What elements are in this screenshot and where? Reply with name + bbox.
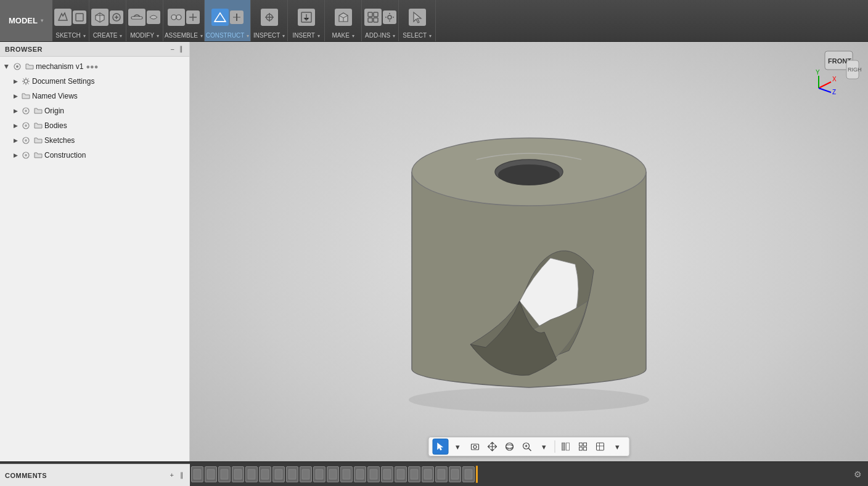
svg-rect-76 [397,469,404,479]
toolbar-insert-group[interactable]: INSERT ▾ [288,0,325,41]
origin-arrow: ▶ [11,107,20,115]
toolbar-select-group[interactable]: SELECT ▾ [399,0,436,41]
bodies-visibility-icon[interactable] [21,121,31,131]
tree-construction-item[interactable]: ▶ Construction [0,148,189,163]
orbit-btn[interactable] [502,439,518,455]
capture-btn[interactable] [467,439,483,455]
select-mode-btn[interactable] [433,439,449,455]
tree-root-item[interactable]: ▶ mechanism v1 ●●● [0,59,189,74]
named-views-arrow: ▶ [11,92,20,100]
origin-visibility-icon[interactable] [21,106,31,116]
inspect-label: INSPECT ▾ [253,32,285,40]
toolbar-assemble-group[interactable]: ASSEMBLE ▾ [163,0,205,41]
svg-rect-80 [451,469,459,479]
sketches-visibility-icon[interactable] [21,136,31,145]
svg-rect-70 [316,469,323,479]
settings-btn[interactable]: ⚙ [851,468,864,481]
timeline-item[interactable] [272,466,285,482]
timeline-item[interactable] [327,466,339,482]
insert-main-icon [298,9,315,26]
comments-separator-btn[interactable]: ∥ [179,471,185,479]
timeline-item[interactable] [205,466,217,482]
svg-point-26 [25,154,27,156]
svg-rect-72 [343,469,350,479]
timeline-item[interactable] [381,466,393,482]
sketches-folder-icon [33,136,43,145]
tree-bodies-item[interactable]: ▶ Bodies [0,118,189,133]
zoom-btn[interactable] [519,439,535,455]
tree-origin-item[interactable]: ▶ Origin [0,103,189,118]
sketches-label: Sketches [44,136,75,145]
timeline-item[interactable] [259,466,271,482]
comments-add-btn[interactable]: + [169,471,175,479]
root-folder-icon [25,62,35,71]
select-mode-dropdown-btn[interactable]: ▾ [450,439,466,455]
doc-settings-gear-icon [21,76,31,86]
timeline-item[interactable] [408,466,420,482]
grid-btn[interactable] [575,439,591,455]
model-dropdown-arrow: ▾ [41,18,43,23]
toolbar-inspect-group[interactable]: INSPECT ▾ [251,0,288,41]
browser-controls: − ∥ [170,45,184,53]
timeline-item[interactable] [422,466,434,482]
addins-label: ADD-INS ▾ [365,32,395,40]
timeline-item[interactable] [191,466,203,482]
visual-style-dropdown-btn[interactable]: ▾ [610,439,626,455]
svg-rect-12 [374,12,378,17]
browser-collapse-btn[interactable]: − [170,46,176,53]
tree-sketches-item[interactable]: ▶ Sketches [0,133,189,148]
display-mode-btn[interactable] [558,439,574,455]
create-label: CREATE ▾ [93,32,123,40]
right-label: RIGHT [848,67,862,73]
timeline-item[interactable] [286,466,298,482]
svg-rect-13 [368,18,372,22]
browser-separator-btn[interactable]: ∥ [178,45,184,53]
root-extra-btn[interactable]: ●●● [86,63,98,70]
svg-point-30 [498,164,560,185]
timeline-item[interactable] [300,466,312,482]
select-label: SELECT ▾ [403,32,432,40]
timeline-item[interactable] [395,466,407,482]
sketch-icons [54,2,86,32]
timeline-item[interactable] [313,466,326,482]
timeline-item[interactable] [218,466,231,482]
construct-icons [211,2,244,32]
tree-doc-settings-item[interactable]: ▶ Document Settings [0,74,189,89]
make-label: MAKE ▾ [332,32,354,40]
zoom-dropdown-btn[interactable]: ▾ [536,439,552,455]
tree-named-views-item[interactable]: ▶ Named Views [0,89,189,103]
comments-title: COMMENTS [5,472,47,479]
create-box-icon [91,9,108,26]
svg-rect-50 [597,443,604,450]
construction-visibility-icon[interactable] [21,150,31,160]
visual-style-btn[interactable] [592,439,608,455]
timeline-item[interactable] [245,466,258,482]
root-visibility-icon[interactable] [12,62,22,71]
timeline-item[interactable] [435,466,448,482]
timeline-item[interactable] [462,466,475,482]
model-menu-button[interactable]: MODEL ▾ [0,0,52,41]
comments-panel: COMMENTS + ∥ [0,464,190,486]
svg-point-3 [171,15,176,20]
timeline-item[interactable] [232,466,244,482]
toolbar-construct-group[interactable]: CONSTRUCT ▾ [205,0,251,41]
pan-btn[interactable] [485,439,501,455]
timeline-items [80,466,868,483]
viewport[interactable]: FRONT RIGHT X Y Z ▾ [190,42,868,461]
toolbar-addins-group[interactable]: ADD-INS ▾ [362,0,399,41]
timeline-item[interactable] [354,466,366,482]
svg-rect-63 [221,469,228,479]
timeline-item[interactable] [449,466,461,482]
timeline-item[interactable] [367,466,380,482]
timeline-item[interactable] [340,466,353,482]
toolbar-sketch-group[interactable]: SKETCH ▾ [52,0,89,41]
svg-point-39 [506,445,514,448]
addins-main-icon [364,9,382,26]
toolbar-make-group[interactable]: MAKE ▾ [325,0,362,41]
sketch-extra-icon [73,10,86,24]
assemble-label: ASSEMBLE ▾ [165,32,203,40]
toolbar-modify-group[interactable]: MODIFY ▾ [126,0,163,41]
svg-line-41 [529,448,531,451]
sketch-label: SKETCH ▾ [55,32,85,40]
toolbar-create-group[interactable]: CREATE ▾ [89,0,126,41]
